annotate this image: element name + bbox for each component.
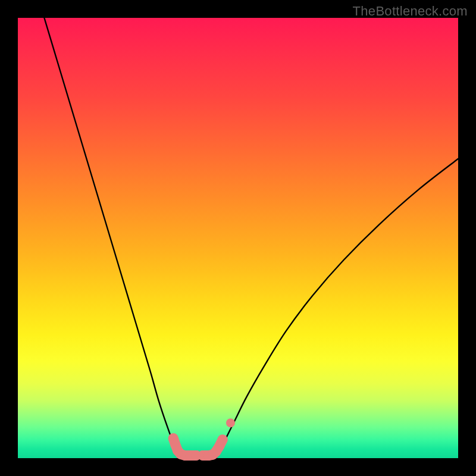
marker-dot [226,418,235,427]
chart-svg [18,18,458,458]
curve-group [44,18,458,458]
marker-dot [218,434,228,444]
watermark-text: TheBottleneck.com [353,4,468,19]
curve-left-branch [44,18,180,458]
marker-group [168,418,235,461]
curve-right-branch [216,159,458,458]
chart-frame: TheBottleneck.com [0,0,476,476]
